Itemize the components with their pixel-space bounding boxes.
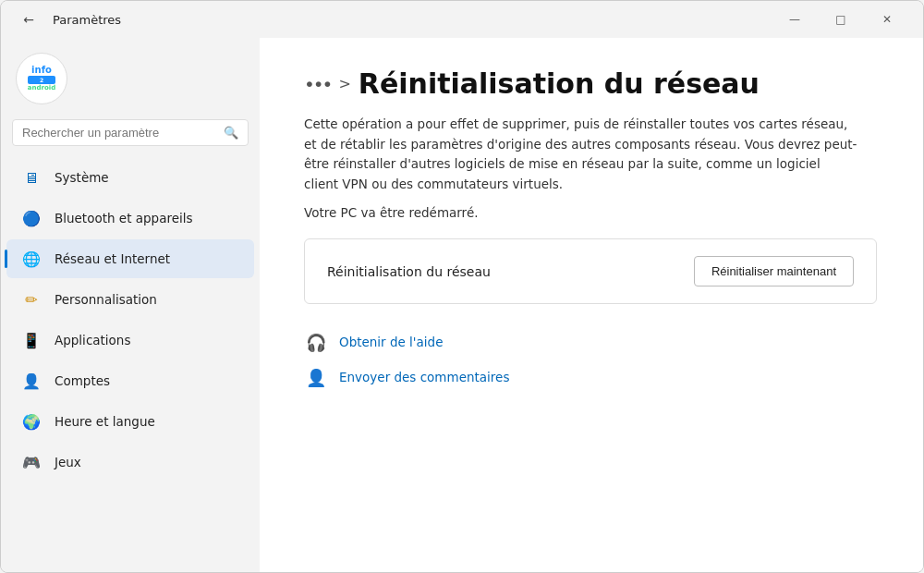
sidebar-item-label: Comptes — [55, 373, 110, 388]
help-link-text: Obtenir de l'aide — [339, 335, 443, 349]
main-container: info 2 android 🔍 🖥 Système 🔵 Bluetooth e… — [1, 38, 923, 572]
sidebar-item-label: Applications — [55, 333, 130, 347]
description-text: Cette opération a pour effet de supprime… — [304, 115, 858, 194]
search-box[interactable]: 🔍 — [12, 119, 249, 146]
time-icon: 🌍 — [21, 411, 42, 432]
restart-notice: Votre PC va être redémarré. — [304, 205, 879, 220]
search-icon: 🔍 — [224, 126, 238, 140]
content-area: ••• > Réinitialisation du réseau Cette o… — [260, 38, 923, 572]
sidebar-item-label: Réseau et Internet — [55, 251, 170, 266]
sidebar-item-label: Système — [55, 170, 109, 185]
system-icon: 🖥 — [21, 167, 42, 188]
reset-card-label: Réinitialisation du réseau — [327, 264, 491, 279]
feedback-link-text: Envoyer des commentaires — [339, 370, 509, 384]
page-title: Réinitialisation du réseau — [359, 67, 760, 100]
sidebar-item-time[interactable]: 🌍 Heure et langue — [6, 402, 254, 441]
reset-card: Réinitialisation du réseau Réinitialiser… — [304, 238, 877, 304]
window-controls: — □ ✕ — [773, 5, 908, 34]
back-button[interactable]: ← — [16, 6, 42, 32]
sidebar-item-label: Jeux — [55, 455, 81, 469]
sidebar-item-apps[interactable]: 📱 Applications — [6, 321, 254, 360]
breadcrumb-dots[interactable]: ••• — [304, 73, 331, 95]
sidebar: info 2 android 🔍 🖥 Système 🔵 Bluetooth e… — [1, 38, 260, 572]
apps-icon: 📱 — [21, 330, 42, 350]
sidebar-item-games[interactable]: 🎮 Jeux — [6, 443, 254, 482]
bluetooth-icon: 🔵 — [21, 208, 42, 228]
avatar-area: info 2 android — [1, 45, 260, 119]
help-links: 🎧 Obtenir de l'aide 👤 Envoyer des commen… — [304, 330, 879, 389]
send-feedback-link[interactable]: 👤 Envoyer des commentaires — [304, 365, 879, 389]
sidebar-item-system[interactable]: 🖥 Système — [6, 158, 254, 197]
search-input[interactable] — [22, 126, 216, 140]
maximize-button[interactable]: □ — [820, 5, 862, 34]
sidebar-item-accounts[interactable]: 👤 Comptes — [6, 361, 254, 400]
get-help-link[interactable]: 🎧 Obtenir de l'aide — [304, 330, 879, 354]
titlebar-left: ← Paramètres — [16, 6, 121, 32]
games-icon: 🎮 — [21, 452, 42, 472]
breadcrumb: ••• > Réinitialisation du réseau — [304, 67, 879, 100]
sidebar-item-label: Bluetooth et appareils — [55, 211, 193, 226]
avatar: info 2 android — [16, 53, 67, 104]
sidebar-item-bluetooth[interactable]: 🔵 Bluetooth et appareils — [6, 199, 254, 238]
sidebar-item-network[interactable]: 🌐 Réseau et Internet — [6, 239, 254, 278]
help-icon: 🎧 — [304, 330, 328, 354]
breadcrumb-separator: > — [338, 75, 350, 92]
sidebar-item-label: Personnalisation — [55, 292, 157, 307]
network-icon: 🌐 — [21, 249, 42, 269]
minimize-button[interactable]: — — [773, 5, 816, 34]
personalization-icon: ✏️ — [21, 289, 42, 310]
feedback-icon: 👤 — [304, 365, 328, 389]
app-title: Paramètres — [53, 13, 121, 27]
sidebar-item-personalization[interactable]: ✏️ Personnalisation — [6, 280, 254, 319]
titlebar: ← Paramètres — □ ✕ — [1, 1, 923, 38]
accounts-icon: 👤 — [21, 371, 42, 391]
sidebar-item-label: Heure et langue — [55, 414, 155, 429]
close-button[interactable]: ✕ — [866, 5, 908, 34]
reset-now-button[interactable]: Réinitialiser maintenant — [694, 256, 854, 286]
